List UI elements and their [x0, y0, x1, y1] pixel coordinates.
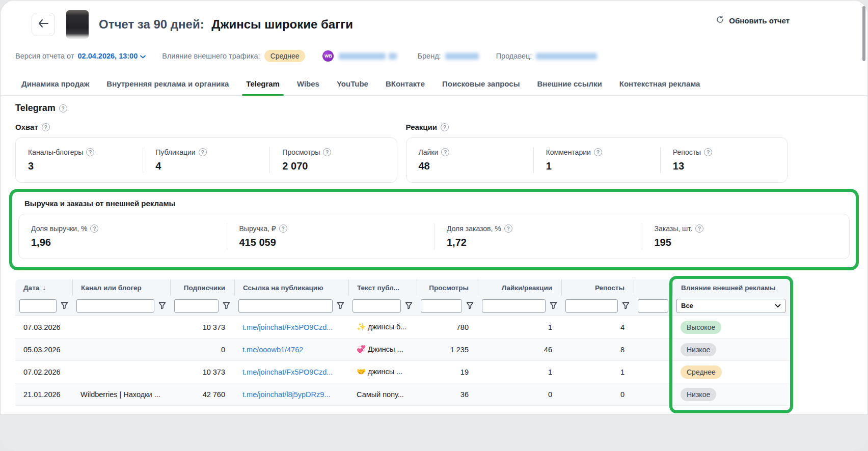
- back-button[interactable]: [32, 13, 55, 36]
- help-icon[interactable]: ?: [59, 104, 67, 112]
- cell-views: 780: [417, 323, 478, 331]
- filter-extra-input[interactable]: [638, 299, 668, 313]
- metric-value: 2 070: [282, 160, 388, 172]
- window-bottom-edge: [0, 414, 868, 451]
- help-icon[interactable]: ?: [441, 123, 449, 131]
- cell-likes: 1: [478, 323, 561, 331]
- cell-subscribers: 0: [170, 346, 234, 354]
- help-icon[interactable]: ?: [594, 148, 602, 156]
- cell-subscribers: 10 373: [170, 368, 234, 376]
- report-meta-row: Версия отчета от 02.04.2026, 13:00 Влиян…: [15, 50, 853, 62]
- tab-telegram[interactable]: Telegram: [245, 75, 281, 95]
- table-row[interactable]: 05.03.2026 0 t.me/ooowb1/4762 💞 Джинсы .…: [15, 339, 790, 361]
- influence-badge: Низкое: [681, 343, 716, 356]
- cell-publication-link[interactable]: t.me/joinchat/Fx5PO9Czd...: [234, 323, 348, 331]
- tab-wibes[interactable]: Wibes: [296, 75, 320, 95]
- help-icon[interactable]: ?: [504, 224, 512, 233]
- filter-funnel-icon[interactable]: [158, 302, 166, 309]
- version-dropdown[interactable]: 02.04.2026, 13:00: [78, 52, 146, 60]
- help-icon[interactable]: ?: [42, 123, 50, 131]
- influence-badge: Высокое: [681, 321, 721, 334]
- product-name: Джинсы широкие багги: [211, 17, 353, 31]
- report-window: Отчет за 90 дней: Джинсы широкие багги О…: [0, 0, 868, 451]
- help-icon[interactable]: ?: [279, 224, 287, 233]
- tab-vkontakte[interactable]: ВКонтакте: [385, 75, 426, 95]
- help-icon[interactable]: ?: [199, 148, 207, 156]
- col-header-likes[interactable]: Лайки/реакции: [478, 279, 561, 296]
- reactions-title: Реакции ?: [406, 123, 788, 131]
- filter-funnel-icon[interactable]: [622, 302, 630, 309]
- tab-internal-ads-organic[interactable]: Внутренняя реклама и органика: [105, 75, 230, 95]
- filter-funnel-icon[interactable]: [61, 302, 68, 309]
- reach-label: Охват: [15, 123, 38, 131]
- tab-context-ads[interactable]: Контекстная реклама: [618, 75, 701, 95]
- col-header-text[interactable]: Текст публ...: [348, 279, 417, 296]
- help-icon[interactable]: ?: [441, 148, 449, 156]
- tab-youtube[interactable]: YouTube: [336, 75, 369, 95]
- filter-subscribers-input[interactable]: [174, 299, 219, 313]
- metric-label: Публикации: [155, 148, 195, 156]
- col-header-date[interactable]: Дата↓: [15, 279, 72, 296]
- filter-funnel-icon[interactable]: [337, 302, 344, 309]
- filter-funnel-icon[interactable]: [550, 302, 557, 309]
- cell-views: 19: [417, 368, 478, 376]
- cell-publication-link[interactable]: t.me/joinchat/l8j5ypDRz9...: [234, 390, 348, 399]
- cell-publication-link[interactable]: t.me/joinchat/Fx5PO9Czd...: [234, 368, 348, 376]
- influence-badge: Среднее: [681, 365, 722, 379]
- help-icon[interactable]: ?: [86, 148, 94, 156]
- header: Отчет за 90 дней: Джинсы широкие багги О…: [0, 0, 868, 39]
- col-header-subscribers[interactable]: Подписчики: [170, 279, 234, 296]
- metric-label: Репосты: [673, 148, 701, 156]
- cell-text: ✨ джинсы б...: [348, 323, 417, 331]
- sort-desc-icon[interactable]: ↓: [42, 284, 46, 292]
- filter-reposts-input[interactable]: [565, 299, 618, 313]
- filter-channel-input[interactable]: [76, 299, 154, 313]
- influence-filter-select[interactable]: Все: [676, 299, 785, 313]
- telegram-heading: Telegram: [15, 103, 56, 114]
- table-row[interactable]: 07.02.2026 10 373 t.me/joinchat/Fx5PO9Cz…: [15, 361, 790, 383]
- help-icon[interactable]: ?: [323, 148, 331, 156]
- col-header-views[interactable]: Просмотры: [417, 279, 478, 296]
- metric-value: 48: [419, 160, 525, 172]
- reactions-label: Реакции: [406, 123, 438, 131]
- table-row[interactable]: 21.01.2026 Wildberries | Находки ... 42 …: [15, 383, 790, 406]
- tab-search-queries[interactable]: Поисковые запросы: [441, 75, 521, 95]
- help-icon[interactable]: ?: [704, 148, 712, 156]
- traffic-influence-badge: Среднее: [264, 50, 306, 62]
- col-header-link[interactable]: Ссылка на публикацию: [234, 279, 348, 296]
- filter-funnel-icon[interactable]: [223, 302, 230, 309]
- col-header-influence[interactable]: Влияние внешней рекламы: [672, 279, 790, 296]
- reach-title: Охват ?: [15, 123, 397, 131]
- cell-channel: Wildberries | Находки ...: [72, 390, 170, 399]
- filter-funnel-icon[interactable]: [405, 302, 413, 309]
- metric-likes: Лайки? 48: [406, 147, 533, 173]
- product-thumbnail: [66, 10, 89, 39]
- filter-link-input[interactable]: [238, 299, 333, 313]
- table-row[interactable]: 07.03.2026 10 373 t.me/joinchat/Fx5PO9Cz…: [15, 316, 790, 339]
- col-header-channel[interactable]: Канал или блогер: [72, 279, 170, 296]
- table-header-row: Дата↓ Канал или блогер Подписчики Ссылка…: [15, 279, 790, 296]
- filter-funnel-icon[interactable]: [466, 302, 474, 309]
- help-icon[interactable]: ?: [695, 224, 703, 233]
- wb-logo: WB: [322, 50, 334, 62]
- metric-revenue: Выручка, ₽? 415 059: [227, 223, 435, 249]
- cell-likes: 46: [478, 346, 561, 354]
- tab-sales-dynamics[interactable]: Динамика продаж: [20, 75, 90, 95]
- metric-value: 4: [155, 160, 261, 172]
- filter-text-input[interactable]: [352, 299, 401, 313]
- cell-subscribers: 42 760: [170, 390, 234, 399]
- cell-text: 💞 Джинсы ...: [348, 345, 417, 354]
- scrollbar[interactable]: [862, 6, 865, 61]
- refresh-report-button[interactable]: Обновить отчет: [716, 15, 790, 25]
- version-label: Версия отчета от: [15, 52, 74, 60]
- col-header-reposts[interactable]: Репосты: [561, 279, 634, 296]
- revenue-orders-annotated-block: Выручка и заказы от внешней рекламы Доля…: [9, 189, 859, 270]
- tab-bar: Динамика продаж Внутренняя реклама и орг…: [0, 75, 868, 96]
- tab-external-links[interactable]: Внешние ссылки: [536, 75, 603, 95]
- help-icon[interactable]: ?: [90, 224, 98, 233]
- metric-orders-share: Доля заказов, %? 1,72: [434, 223, 642, 249]
- filter-date-input[interactable]: [19, 299, 57, 313]
- filter-likes-input[interactable]: [482, 299, 546, 313]
- filter-views-input[interactable]: [421, 299, 462, 313]
- cell-publication-link[interactable]: t.me/ooowb1/4762: [234, 346, 348, 354]
